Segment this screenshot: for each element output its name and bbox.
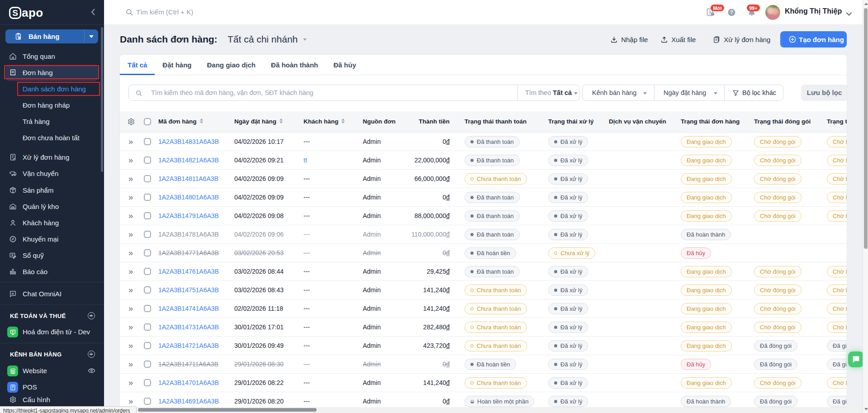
svg-text:AI: AI — [11, 292, 14, 295]
svg-text:?: ? — [730, 9, 733, 15]
